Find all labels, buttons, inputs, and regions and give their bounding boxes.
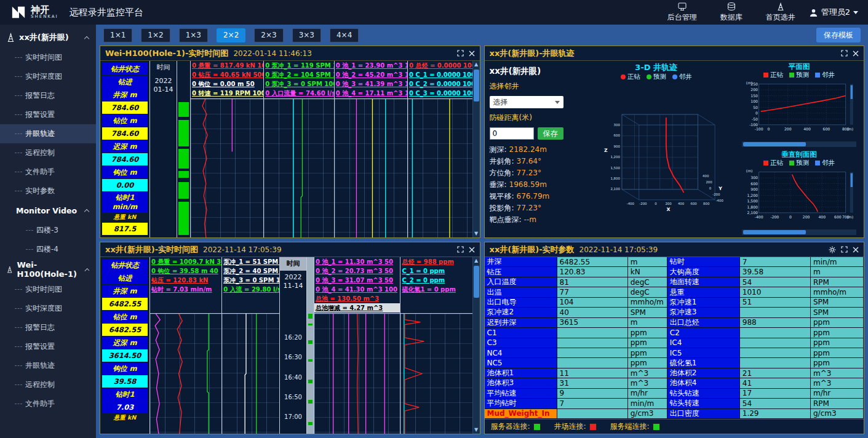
sidebar-item-2[interactable]: 实时深度图 [0,67,96,86]
chart-vertical-scrollbar[interactable]: ▲▼ [472,257,480,434]
save-distance-button[interactable]: 保存 [538,127,563,140]
svg-text:-200: -200 [712,193,720,196]
nav-item-home-well[interactable]: 首页选井 [766,2,795,23]
panel-title-bar: xx井(新井眼)-井眼轨迹 [485,46,864,61]
layout-button-1x3[interactable]: 1×3 [179,28,208,42]
layout-button-4x4[interactable]: 4×4 [330,28,359,42]
curve-scale-label: 0 泵冲_3 = 0 SPM 100 [264,79,334,89]
brand-name-en: SHENKAI [31,15,58,19]
sidebar-item-16[interactable]: 报警设置 [0,337,96,356]
sidebar-item-13[interactable]: 实时时间图 [0,280,96,299]
param-unit: mmho/m [628,298,667,308]
legend-item: 正钻 [763,71,783,79]
nav-item-database[interactable]: 数据库 [720,2,743,23]
home-well-icon [776,2,786,11]
panel-realtime-time-chart-2: xx井(新井眼)-实时时间图 2022-11-14 17:05:39 钻井状态钻… [100,242,480,434]
svg-text:2,100: 2,100 [747,210,759,215]
param-value: 21 [740,368,811,378]
sidebar-item-17[interactable]: 井眼轨迹 [0,356,96,375]
admin-icon [677,2,687,11]
sidebar-item-label: 远程控制 [25,380,55,390]
info-label: 投影角: [490,202,514,214]
sidebar-item-label: 报警日志 [25,322,55,333]
layout-button-1x2[interactable]: 1×2 [141,28,170,42]
layout-button-1x1[interactable]: 1×1 [103,28,132,42]
param-unit: m^3 [811,368,864,378]
expand-icon[interactable] [841,50,848,57]
sidebar-item-9[interactable]: Monitor Video [0,201,96,221]
svg-text:600: 600 [834,215,842,219]
sidebar-item-19[interactable]: 文件助手 [0,394,96,413]
param-box: 784.60 [102,153,148,165]
close-icon[interactable] [853,247,859,253]
sidebar-item-0[interactable]: xx井(新井眼) [0,27,96,48]
layout-button-2x3[interactable]: 2×3 [254,28,283,42]
param-box: 钻进 [102,76,148,88]
svg-text:1,500: 1,500 [747,199,759,203]
legend-item: 预测 [789,71,809,79]
section-horizontal-scrollbar[interactable] [742,229,856,235]
save-template-button[interactable]: 保存模板 [816,28,861,42]
svg-text:0: 0 [655,202,657,205]
curve-scale-label: 0 池_2 = 45.20 m^3 100 [335,70,407,79]
trajectory-info-panel: xx井(新井眼) 选择邻井 选择 防碰距离(米) 保存 测深:2 [485,61,578,237]
sidebar-item-10[interactable]: 四楼-3 [0,221,96,240]
nav-item-label: 后台管理 [667,12,697,23]
neighbor-well-select[interactable]: 选择 [490,96,563,108]
scroll-up-arrow[interactable]: ▲ [473,257,480,265]
svg-text:900: 900 [751,187,758,191]
gear-icon[interactable] [829,246,836,253]
expand-icon[interactable] [457,50,464,57]
scrollbar-thumb[interactable] [474,266,479,298]
param-unit: SPM [811,298,864,308]
scroll-up-arrow[interactable]: ▲ [473,61,480,68]
expand-icon[interactable] [841,246,848,253]
param-unit: m^3 [811,378,864,388]
sidebar-item-12[interactable]: Wei-H100(Hole-1) [0,259,96,280]
param-unit: m [628,257,667,267]
param-value: 9 [557,389,628,399]
legend-swatch [815,161,820,165]
chart-track: 0 池_1 = 11.30 m^3 500 池_2 = 20.73 m^3 50… [314,257,400,434]
close-icon[interactable] [469,247,475,253]
sidebar-item-11[interactable]: 四楼-4 [0,240,96,259]
layout-button-2x2[interactable]: 2×2 [217,28,245,42]
param-value [557,328,628,338]
user-icon [809,8,818,17]
sidebar-item-4[interactable]: 报警设置 [0,105,96,124]
sidebar-item-8[interactable]: 实时参数 [0,181,96,201]
param-label: 平均钻时 [485,399,557,408]
layout-button-3x3[interactable]: 3×3 [292,28,321,42]
param-value: 11 [557,368,628,378]
header-nav: 后台管理数据库首页选井 [667,2,804,23]
sidebar-item-6[interactable]: 远程控制 [0,143,96,162]
sidebar-item-7[interactable]: 文件助手 [0,162,96,181]
close-icon[interactable] [853,50,859,57]
user-menu[interactable]: 管理员2 [809,7,858,18]
nav-item-admin[interactable]: 后台管理 [667,2,697,23]
sidebar-item-15[interactable]: 报警日志 [0,318,96,337]
sidebar-item-1[interactable]: 实时时间图 [0,48,96,67]
param-value [740,338,811,348]
scroll-down-arrow[interactable]: ▼ [473,230,480,237]
sidebar-item-18[interactable]: 远程控制 [0,375,96,394]
curve-scale-label: 总池增减 = 4.27 m^3 [314,303,400,313]
svg-text:1,800: 1,800 [610,177,620,180]
close-icon[interactable] [469,50,475,57]
param-box: 钻时1min/m [102,192,148,213]
param-label: 钻压 [485,267,557,277]
plan-horizontal-scrollbar[interactable] [742,141,856,147]
chart-vertical-scrollbar[interactable]: ▲▼ [472,61,480,237]
collision-distance-input[interactable] [490,127,534,140]
scrollbar-thumb[interactable] [474,70,479,102]
sidebar-item-3[interactable]: 报警日志 [0,86,96,105]
expand-icon[interactable] [457,246,464,253]
sidebar-item-5[interactable]: 井眼轨迹 [0,124,96,143]
svg-text:-400: -400 [715,199,723,202]
chart-track: 0 泵冲_1 = 119 SPM 1000 泵冲_2 = 104 SPM 100… [263,61,334,237]
svg-text:400: 400 [818,215,826,219]
curve-scale-label: 0 池_4 = 17.11 m^3 100 [335,89,407,98]
sidebar-item-14[interactable]: 实时深度图 [0,299,96,318]
curve-scale-label: 0 池_3 = 31.07 m^3 50 [314,276,400,285]
scroll-down-arrow[interactable]: ▼ [473,426,480,434]
